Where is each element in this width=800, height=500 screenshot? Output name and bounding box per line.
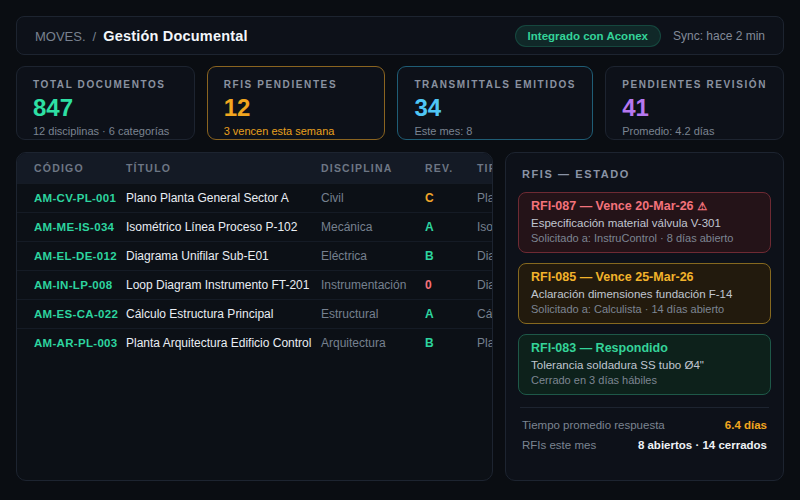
column-header-titulo: TÍTULO: [126, 162, 321, 174]
stat-avg-response-time: Tiempo promedio respuesta 6.4 días: [522, 419, 767, 431]
table-row[interactable]: AM-AR-PL-003 Planta Arquitectura Edifici…: [17, 328, 492, 357]
doc-type: Plano: [477, 191, 493, 205]
rfi-card-answered[interactable]: RFI-083 — Respondido Tolerancia soldadur…: [518, 334, 771, 395]
breadcrumb: MOVES. / Gestión Documental: [35, 28, 248, 44]
rfi-status-panel: RFIS — ESTADO RFI-087 — Vence 20-Mar-26⚠…: [505, 152, 784, 481]
kpi-transmittals-emitidos[interactable]: TRANSMITTALS EMITIDOS 34 Este mes: 8: [397, 66, 593, 140]
doc-title: Cálculo Estructura Principal: [126, 307, 321, 321]
rfi-meta: Solicitado a: Calculista · 14 días abier…: [531, 303, 758, 316]
sync-status: Sync: hace 2 min: [673, 29, 765, 43]
stat-label: Tiempo promedio respuesta: [522, 419, 665, 431]
table-header-row: CÓDIGO TÍTULO DISCIPLINA REV. TIPO: [17, 153, 492, 183]
column-header-codigo: CÓDIGO: [34, 162, 126, 174]
stat-value: 8 abiertos · 14 cerrados: [638, 439, 767, 451]
column-header-disciplina: DISCIPLINA: [321, 162, 425, 174]
kpi-subtext: Promedio: 4.2 días: [622, 125, 767, 137]
kpi-value: 41: [622, 96, 767, 120]
table-row[interactable]: AM-ES-CA-022 Cálculo Estructura Principa…: [17, 299, 492, 328]
kpi-cards: TOTAL DOCUMENTOS 847 12 disciplinas · 6 …: [16, 66, 784, 140]
doc-discipline: Mecánica: [321, 220, 425, 234]
doc-revision: B: [425, 249, 477, 263]
topbar: MOVES. / Gestión Documental Integrado co…: [16, 16, 784, 55]
doc-type: Isom: [477, 220, 493, 234]
kpi-label: TRANSMITTALS EMITIDOS: [414, 79, 576, 90]
stat-label: RFIs este mes: [522, 439, 596, 451]
doc-revision: 0: [425, 278, 477, 292]
divider: [520, 407, 769, 408]
doc-revision: C: [425, 191, 477, 205]
rfi-card-due-soon[interactable]: RFI-085 — Vence 25-Mar-26 Aclaración dim…: [518, 263, 771, 324]
table-row[interactable]: AM-EL-DE-012 Diagrama Unifilar Sub-E01 E…: [17, 241, 492, 270]
doc-code: AM-ME-IS-034: [34, 221, 126, 233]
doc-discipline: Civil: [321, 191, 425, 205]
doc-title: Loop Diagram Instrumento FT-201: [126, 278, 321, 292]
doc-discipline: Arquitectura: [321, 336, 425, 350]
kpi-subtext: 12 disciplinas · 6 categorías: [33, 125, 178, 137]
doc-type: Plano: [477, 336, 493, 350]
doc-discipline: Estructural: [321, 307, 425, 321]
doc-revision: A: [425, 307, 477, 321]
doc-type: Diag: [477, 249, 493, 263]
kpi-value: 12: [224, 96, 369, 120]
doc-title: Diagrama Unifilar Sub-E01: [126, 249, 321, 263]
documents-table: CÓDIGO TÍTULO DISCIPLINA REV. TIPO AM-CV…: [16, 152, 493, 481]
rfi-card-overdue[interactable]: RFI-087 — Vence 20-Mar-26⚠ Especificació…: [518, 192, 771, 253]
doc-code: AM-IN-LP-008: [34, 279, 126, 291]
kpi-label: TOTAL DOCUMENTOS: [33, 79, 178, 90]
doc-revision: B: [425, 336, 477, 350]
rfi-subject: Tolerancia soldadura SS tubo Ø4": [531, 358, 758, 372]
page-title: Gestión Documental: [103, 28, 248, 44]
kpi-rfis-pendientes[interactable]: RFIS PENDIENTES 12 3 vencen esta semana: [207, 66, 386, 140]
column-header-tipo: TIPO: [477, 162, 493, 174]
doc-title: Planta Arquitectura Edificio Control: [126, 336, 321, 350]
brand-name: MOVES.: [35, 29, 86, 44]
kpi-label: PENDIENTES REVISIÓN: [622, 79, 767, 90]
rfi-heading: RFI-087 — Vence 20-Mar-26⚠: [531, 199, 758, 214]
table-row[interactable]: AM-IN-LP-008 Loop Diagram Instrumento FT…: [17, 270, 492, 299]
doc-code: AM-ES-CA-022: [34, 308, 126, 320]
stat-value: 6.4 días: [725, 419, 767, 431]
rfi-panel-title: RFIS — ESTADO: [522, 168, 767, 180]
doc-title: Isométrico Línea Proceso P-102: [126, 220, 321, 234]
kpi-subtext: 3 vencen esta semana: [224, 125, 369, 137]
doc-discipline: Eléctrica: [321, 249, 425, 263]
rfi-subject: Especificación material válvula V-301: [531, 216, 758, 230]
doc-type: Cálc: [477, 307, 493, 321]
kpi-label: RFIS PENDIENTES: [224, 79, 369, 90]
doc-title: Plano Planta General Sector A: [126, 191, 321, 205]
rfi-heading-text: RFI-087 — Vence 20-Mar-26: [531, 199, 694, 213]
table-row[interactable]: AM-CV-PL-001 Plano Planta General Sector…: [17, 183, 492, 212]
doc-revision: A: [425, 220, 477, 234]
doc-code: AM-CV-PL-001: [34, 192, 126, 204]
aconex-integration-badge: Integrado con Aconex: [515, 25, 661, 47]
doc-type: Diag: [477, 278, 493, 292]
topbar-right: Integrado con Aconex Sync: hace 2 min: [515, 25, 765, 47]
doc-code: AM-AR-PL-003: [34, 337, 126, 349]
warning-icon: ⚠: [698, 200, 708, 212]
rfi-heading: RFI-083 — Respondido: [531, 341, 758, 356]
rfi-meta: Cerrado en 3 días hábiles: [531, 374, 758, 387]
doc-code: AM-EL-DE-012: [34, 250, 126, 262]
column-header-rev: REV.: [425, 162, 477, 174]
breadcrumb-separator: /: [93, 29, 97, 44]
kpi-pendientes-revision[interactable]: PENDIENTES REVISIÓN 41 Promedio: 4.2 día…: [605, 66, 784, 140]
kpi-total-documentos[interactable]: TOTAL DOCUMENTOS 847 12 disciplinas · 6 …: [16, 66, 195, 140]
rfi-subject: Aclaración dimensiones fundación F-14: [531, 287, 758, 301]
doc-discipline: Instrumentación: [321, 278, 425, 292]
document-management-dashboard: MOVES. / Gestión Documental Integrado co…: [0, 0, 800, 500]
table-row[interactable]: AM-ME-IS-034 Isométrico Línea Proceso P-…: [17, 212, 492, 241]
rfi-meta: Solicitado a: InstruControl · 8 días abi…: [531, 232, 758, 245]
kpi-value: 847: [33, 96, 178, 120]
rfi-heading: RFI-085 — Vence 25-Mar-26: [531, 270, 758, 285]
kpi-value: 34: [414, 96, 576, 120]
kpi-subtext: Este mes: 8: [414, 125, 576, 137]
stat-rfis-this-month: RFIs este mes 8 abiertos · 14 cerrados: [522, 439, 767, 451]
